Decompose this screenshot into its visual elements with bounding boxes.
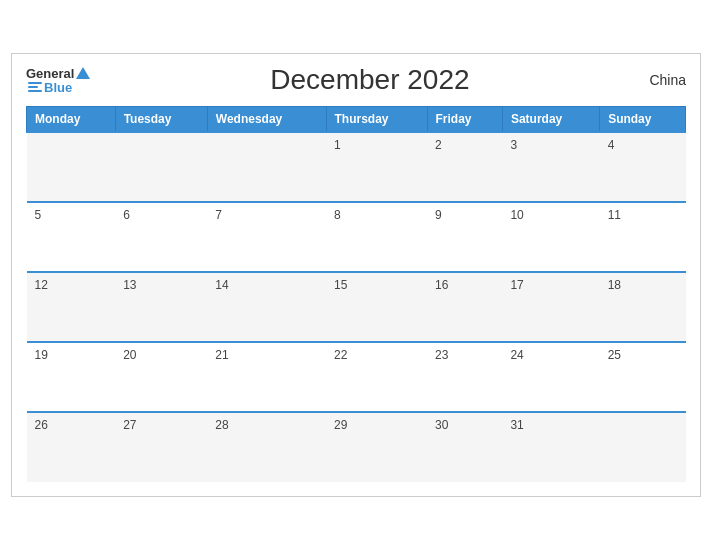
calendar-header: General Blue December 2022 China xyxy=(26,64,686,96)
logo-lines-icon xyxy=(28,82,42,92)
week4-wed: 21 xyxy=(207,342,326,412)
week-3-row: 12 13 14 15 16 17 18 xyxy=(27,272,686,342)
header-monday: Monday xyxy=(27,107,116,133)
week3-wed: 14 xyxy=(207,272,326,342)
week1-tue xyxy=(115,132,207,202)
week1-thu: 1 xyxy=(326,132,427,202)
week2-wed: 7 xyxy=(207,202,326,272)
week4-sat: 24 xyxy=(502,342,599,412)
logo-general-text: General xyxy=(26,67,74,80)
week-1-row: 1 2 3 4 xyxy=(27,132,686,202)
week2-sun: 11 xyxy=(600,202,686,272)
week1-sun: 4 xyxy=(600,132,686,202)
week2-tue: 6 xyxy=(115,202,207,272)
week4-fri: 23 xyxy=(427,342,502,412)
week2-thu: 8 xyxy=(326,202,427,272)
week-4-row: 19 20 21 22 23 24 25 xyxy=(27,342,686,412)
week5-sat: 31 xyxy=(502,412,599,482)
header-friday: Friday xyxy=(427,107,502,133)
logo-triangle-icon xyxy=(76,67,90,79)
logo: General Blue xyxy=(26,67,90,94)
week4-tue: 20 xyxy=(115,342,207,412)
header-sunday: Sunday xyxy=(600,107,686,133)
week5-sun xyxy=(600,412,686,482)
logo-blue-text: Blue xyxy=(44,81,72,94)
week3-thu: 15 xyxy=(326,272,427,342)
week4-thu: 22 xyxy=(326,342,427,412)
week5-tue: 27 xyxy=(115,412,207,482)
week3-sat: 17 xyxy=(502,272,599,342)
calendar-container: General Blue December 2022 China Monday … xyxy=(11,53,701,497)
week2-mon: 5 xyxy=(27,202,116,272)
week1-sat: 3 xyxy=(502,132,599,202)
week3-mon: 12 xyxy=(27,272,116,342)
week1-fri: 2 xyxy=(427,132,502,202)
week5-mon: 26 xyxy=(27,412,116,482)
header-wednesday: Wednesday xyxy=(207,107,326,133)
week5-thu: 29 xyxy=(326,412,427,482)
week-5-row: 26 27 28 29 30 31 xyxy=(27,412,686,482)
week2-fri: 9 xyxy=(427,202,502,272)
week3-fri: 16 xyxy=(427,272,502,342)
week5-fri: 30 xyxy=(427,412,502,482)
week1-wed xyxy=(207,132,326,202)
header-thursday: Thursday xyxy=(326,107,427,133)
header-tuesday: Tuesday xyxy=(115,107,207,133)
week3-sun: 18 xyxy=(600,272,686,342)
week2-sat: 10 xyxy=(502,202,599,272)
week-2-row: 5 6 7 8 9 10 11 xyxy=(27,202,686,272)
calendar-title: December 2022 xyxy=(90,64,649,96)
days-header-row: Monday Tuesday Wednesday Thursday Friday… xyxy=(27,107,686,133)
week5-wed: 28 xyxy=(207,412,326,482)
week3-tue: 13 xyxy=(115,272,207,342)
week4-mon: 19 xyxy=(27,342,116,412)
calendar-grid: Monday Tuesday Wednesday Thursday Friday… xyxy=(26,106,686,482)
week1-mon xyxy=(27,132,116,202)
week4-sun: 25 xyxy=(600,342,686,412)
header-saturday: Saturday xyxy=(502,107,599,133)
calendar-country: China xyxy=(649,72,686,88)
